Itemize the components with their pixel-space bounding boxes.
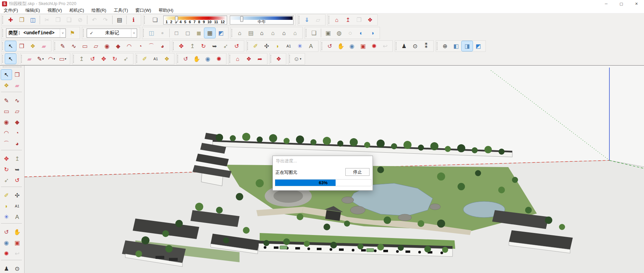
pie-button[interactable]: ◕ xyxy=(157,41,168,51)
shadow-time-slider[interactable]: 中午 xyxy=(230,15,294,25)
push-pull-button[interactable]: ↥ xyxy=(12,154,23,164)
scale-button[interactable]: ➶ xyxy=(120,54,131,64)
three-d-text-button[interactable]: A xyxy=(305,41,316,51)
tags-combo[interactable]: ✓ 未标记 ˅ xyxy=(87,29,137,38)
follow-me-button[interactable]: ➥ xyxy=(12,164,23,174)
paint-bucket-button[interactable]: ❖ xyxy=(27,41,38,51)
rotate-button[interactable]: ↻ xyxy=(198,41,209,51)
offset-button[interactable]: ↺ xyxy=(231,41,242,51)
arc-button[interactable]: ◠▾ xyxy=(46,54,57,64)
shaded-button[interactable]: ◼ xyxy=(193,28,204,38)
view-left-button[interactable]: ⌂ xyxy=(290,28,301,38)
pan-button[interactable]: ✋ xyxy=(191,54,202,64)
view-iso-button[interactable]: ⌂ xyxy=(234,28,245,38)
menu-item[interactable]: 窗口(W) xyxy=(132,7,155,13)
save-button[interactable]: ◫ xyxy=(27,15,38,25)
rotate-button[interactable]: ↻ xyxy=(109,54,120,64)
chevron-down-icon[interactable]: ˅ xyxy=(131,29,137,37)
intersect-button[interactable]: ▣ xyxy=(323,28,334,38)
follow-me-button[interactable]: ➥ xyxy=(209,41,220,51)
back-edges-button[interactable]: ▫ xyxy=(157,28,168,38)
menu-item[interactable]: 编辑(E) xyxy=(22,7,44,13)
classifier-tag-button[interactable]: ⚑ xyxy=(67,28,78,38)
get-models-button[interactable]: ⌂ xyxy=(331,15,342,25)
close-button[interactable]: ✕ xyxy=(629,0,644,7)
share-model-button[interactable]: ↥ xyxy=(342,15,353,25)
view-back-button[interactable]: ⌂ xyxy=(278,28,290,38)
orbit-button[interactable]: ↺ xyxy=(180,54,191,64)
print-button[interactable]: ▤ xyxy=(114,15,125,25)
position-camera-button[interactable]: ♟ xyxy=(398,41,410,51)
eraser-button[interactable]: ▰ xyxy=(38,41,49,51)
view-top-button[interactable]: ▤ xyxy=(245,28,256,38)
minimize-button[interactable]: ─ xyxy=(599,0,614,7)
text-button[interactable]: A1 xyxy=(12,201,23,211)
arc-button[interactable]: ◠ xyxy=(1,128,12,138)
tape-measure-button[interactable]: ✐ xyxy=(250,41,261,51)
arc-button[interactable]: ◔ xyxy=(135,41,146,51)
menu-item[interactable]: 帮助(H) xyxy=(155,7,177,13)
three-d-text-button[interactable]: A xyxy=(12,212,23,222)
view-front-button[interactable]: ⌂ xyxy=(256,28,267,38)
protractor-button[interactable]: ◗ xyxy=(1,201,12,211)
polygon-button[interactable]: ◆ xyxy=(113,41,124,51)
view-right-button[interactable]: ⌂ xyxy=(267,28,278,38)
zoom-button[interactable]: ◉ xyxy=(346,41,357,51)
trim-button[interactable]: ◐ xyxy=(356,28,367,38)
paint-bucket-button[interactable]: ❖ xyxy=(1,80,12,90)
push-pull-button[interactable]: ↥ xyxy=(76,54,87,64)
pie-button[interactable]: ◕ xyxy=(12,139,23,149)
section-plane-button[interactable]: ⊕ xyxy=(439,41,450,51)
monochrome-button[interactable]: ◩ xyxy=(215,28,226,38)
menu-item[interactable]: 绘图(R) xyxy=(88,7,110,13)
zoom-button[interactable]: ◉ xyxy=(1,238,12,248)
classifier-type-combo[interactable]: 类型: <undefined> ˅ xyxy=(6,29,66,38)
eraser-button[interactable]: ▰ xyxy=(24,54,35,64)
rotated-rectangle-button[interactable]: ▱ xyxy=(12,106,23,116)
new-file-button[interactable]: ✚ xyxy=(5,15,16,25)
display-section-cuts-button[interactable]: ◨ xyxy=(462,41,473,51)
chevron-down-icon[interactable]: ˅ xyxy=(60,29,66,37)
freehand-button[interactable]: ∿ xyxy=(68,41,79,51)
scale-button[interactable]: ➶ xyxy=(1,175,12,185)
tape-measure-button[interactable]: ✐ xyxy=(1,190,12,200)
zoom-extents-button[interactable]: ✺ xyxy=(1,248,12,259)
text-button[interactable]: A1 xyxy=(283,41,294,51)
extension-warehouse-button[interactable]: ❖ xyxy=(243,54,254,64)
zoom-window-button[interactable]: ▣ xyxy=(357,41,369,51)
axes-button[interactable]: ✳ xyxy=(294,41,305,51)
extension-manager-button[interactable]: ❖ xyxy=(273,54,284,64)
move-button[interactable]: ✥ xyxy=(98,54,109,64)
rectangle-button[interactable]: ▭▾ xyxy=(57,54,68,64)
xray-button[interactable]: ◫ xyxy=(146,28,157,38)
line-button[interactable]: ✎ xyxy=(57,41,68,51)
three-point-arc-button[interactable]: ⌒ xyxy=(1,139,12,149)
two-point-arc-button[interactable]: ◔ xyxy=(12,128,23,138)
axes-button[interactable]: ✳ xyxy=(1,212,12,222)
sidebar-grip[interactable] xyxy=(3,67,22,69)
line-button[interactable]: ✎ xyxy=(1,95,12,106)
zoom-extents-button[interactable]: ✺ xyxy=(369,41,380,51)
offset-button[interactable]: ↺ xyxy=(87,54,98,64)
circle-button[interactable]: ◉ xyxy=(1,117,12,127)
pan-button[interactable]: ✋ xyxy=(12,227,23,237)
scale-button[interactable]: ➶ xyxy=(220,41,231,51)
hidden-line-button[interactable]: ◻ xyxy=(182,28,193,38)
stop-button[interactable]: 停止 xyxy=(345,168,370,176)
eraser-button[interactable]: ▰ xyxy=(12,80,23,90)
union-button[interactable]: ◍ xyxy=(334,28,345,38)
select-button[interactable]: ↖ xyxy=(5,54,16,64)
menu-item[interactable]: 文件(F) xyxy=(0,7,22,13)
move-button[interactable]: ✥ xyxy=(176,41,187,51)
menu-item[interactable]: 视图(V) xyxy=(44,7,66,13)
make-component-button[interactable]: ❒ xyxy=(12,70,23,80)
select-button[interactable]: ↖ xyxy=(5,41,16,51)
move-button[interactable]: ✥ xyxy=(1,154,12,164)
shaded-with-textures-button[interactable]: ▦ xyxy=(204,28,215,38)
shadow-date-slider[interactable]: 123456789101112 xyxy=(163,15,227,25)
dimension-button[interactable]: ✣ xyxy=(12,190,23,200)
date-slider-handle[interactable] xyxy=(175,16,178,22)
orbit-button[interactable]: ↺ xyxy=(324,41,335,51)
rectangle-button[interactable]: ▭ xyxy=(79,41,90,51)
get-models-button[interactable]: ⌂ xyxy=(232,54,243,64)
